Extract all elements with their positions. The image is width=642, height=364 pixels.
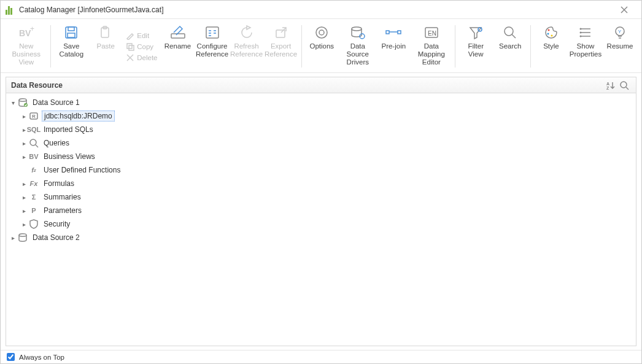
expand-toggle[interactable]: ▸ bbox=[20, 153, 28, 160]
expand-toggle[interactable]: ▾ bbox=[9, 99, 17, 106]
tree-node-data-source-1[interactable]: ▾ Data Source 1 bbox=[6, 96, 636, 109]
resume-label: Resume bbox=[607, 42, 633, 50]
configure-reference-icon bbox=[204, 24, 221, 41]
tree-node-formulas[interactable]: ▸ Fx Formulas bbox=[6, 177, 636, 190]
expand-toggle[interactable]: ▸ bbox=[20, 140, 28, 147]
svg-point-33 bbox=[19, 99, 26, 101]
tree-label: Business Views bbox=[42, 152, 97, 161]
configure-label1: Configure bbox=[197, 42, 228, 50]
copy-button: Copy bbox=[126, 42, 157, 51]
svg-rect-9 bbox=[171, 34, 185, 38]
prejoin-label: Pre-join bbox=[381, 42, 406, 50]
tree-label: Data Source 2 bbox=[31, 233, 82, 242]
tree-node-data-source-2[interactable]: ▸ Data Source 2 bbox=[6, 231, 636, 244]
data-source-drivers-button[interactable]: Data Source Drivers bbox=[339, 23, 376, 70]
svg-point-14 bbox=[352, 27, 362, 31]
resume-button[interactable]: Y Resume bbox=[603, 23, 636, 70]
always-on-top-checkbox[interactable] bbox=[7, 353, 15, 361]
tree-node-summaries[interactable]: ▸ Σ Summaries bbox=[6, 190, 636, 204]
expand-toggle[interactable]: ▸ bbox=[20, 180, 28, 187]
copy-icon bbox=[126, 42, 134, 51]
data-resource-header: Data Resource AZ bbox=[6, 77, 636, 93]
data-mapping-icon: EN bbox=[423, 24, 440, 41]
close-button[interactable] bbox=[612, 1, 636, 18]
tree-node-jdbc[interactable]: ▸ R jdbc:hsqldb:JRDemo bbox=[6, 109, 636, 123]
svg-text:EN: EN bbox=[428, 30, 436, 37]
svg-text:+: + bbox=[30, 25, 34, 33]
svg-rect-4 bbox=[68, 33, 75, 37]
search-icon bbox=[619, 80, 629, 90]
refresh-reference-button: Refresh Reference bbox=[230, 23, 263, 70]
new-bv-label1: New bbox=[19, 42, 33, 50]
svg-point-38 bbox=[19, 234, 26, 236]
save-icon bbox=[63, 24, 80, 41]
tree-node-udf[interactable]: ▸ fz User Defined Functions bbox=[6, 163, 636, 177]
paste-button: Paste bbox=[89, 23, 122, 70]
pencil-icon bbox=[126, 31, 134, 40]
funnel-icon bbox=[467, 24, 484, 41]
svg-rect-17 bbox=[398, 31, 401, 34]
style-label: Style bbox=[543, 42, 559, 50]
svg-rect-11 bbox=[276, 30, 285, 37]
bulb-icon: Y bbox=[611, 24, 628, 41]
app-icon bbox=[6, 5, 15, 15]
palette-icon bbox=[543, 24, 560, 41]
expand-toggle[interactable]: ▸ bbox=[20, 207, 28, 214]
expand-toggle[interactable]: ▸ bbox=[20, 221, 28, 228]
delete-icon bbox=[126, 53, 134, 62]
options-button[interactable]: Options bbox=[305, 23, 338, 70]
svg-rect-3 bbox=[68, 27, 74, 31]
delete-button: Delete bbox=[126, 53, 157, 62]
panel-search-button[interactable] bbox=[617, 79, 631, 92]
svg-point-24 bbox=[551, 35, 553, 37]
panel-title: Data Resource bbox=[11, 81, 63, 90]
always-on-top-label[interactable]: Always on Top bbox=[19, 354, 64, 361]
window-title: Catalog Manager [JinfonetGourmetJava.cat… bbox=[19, 6, 163, 14]
show-properties-button[interactable]: Show Properties bbox=[569, 23, 602, 70]
delete-label: Delete bbox=[137, 54, 157, 61]
expand-toggle[interactable]: ▸ bbox=[9, 234, 17, 241]
tree-label: User Defined Functions bbox=[42, 165, 122, 175]
save-label1: Save bbox=[63, 42, 79, 50]
expand-toggle[interactable]: ▸ bbox=[20, 194, 28, 201]
data-mapping-editor-button[interactable]: EN Data Mapping Editor bbox=[411, 23, 451, 70]
svg-point-25 bbox=[580, 28, 582, 30]
new-business-view-button: BV+ New Business View bbox=[6, 23, 47, 70]
svg-point-22 bbox=[548, 29, 550, 31]
svg-text:Z: Z bbox=[606, 86, 609, 90]
svg-rect-7 bbox=[127, 44, 132, 48]
mapping-label2: Editor bbox=[422, 58, 441, 66]
sort-icon: AZ bbox=[606, 80, 616, 90]
business-view-icon: BV+ bbox=[18, 24, 35, 41]
refresh-label2: Reference bbox=[230, 50, 263, 58]
tree-node-queries[interactable]: ▸ Queries bbox=[6, 136, 636, 150]
svg-rect-10 bbox=[206, 27, 219, 38]
database-gear-icon bbox=[349, 24, 366, 41]
tree-node-parameters[interactable]: ▸ P Parameters bbox=[6, 204, 636, 217]
svg-point-13 bbox=[316, 27, 327, 38]
rename-button[interactable]: Rename bbox=[161, 23, 195, 70]
function-icon: fz bbox=[28, 165, 39, 176]
new-bv-label2: Business View bbox=[8, 50, 44, 66]
formula-icon: Fx bbox=[28, 178, 39, 189]
connection-icon: R bbox=[28, 110, 39, 122]
rename-label: Rename bbox=[164, 42, 191, 50]
save-catalog-button[interactable]: Save Catalog bbox=[55, 23, 88, 70]
tree-node-security[interactable]: ▸ Security bbox=[6, 217, 636, 231]
tree-view[interactable]: ▾ Data Source 1 ▸ R jdbc:hsqldb:JRDemo ▸… bbox=[6, 93, 636, 346]
tree-node-imported-sqls[interactable]: ▸ SQL Imported SQLs bbox=[6, 123, 636, 136]
datasource-icon bbox=[17, 97, 28, 108]
sort-button[interactable]: AZ bbox=[604, 79, 617, 92]
footer: Always on Top bbox=[1, 350, 641, 363]
tree-node-business-views[interactable]: ▸ BV Business Views bbox=[6, 150, 636, 163]
svg-rect-16 bbox=[386, 31, 389, 34]
query-icon bbox=[28, 137, 39, 149]
style-button[interactable]: Style bbox=[535, 23, 568, 70]
filter-view-button[interactable]: Filter View bbox=[459, 23, 492, 70]
pre-join-button[interactable]: Pre-join bbox=[377, 23, 410, 70]
shield-icon bbox=[28, 219, 39, 230]
expand-toggle[interactable]: ▸ bbox=[20, 113, 28, 120]
configure-reference-button[interactable]: Configure Reference bbox=[196, 23, 229, 70]
svg-point-32 bbox=[621, 82, 627, 88]
search-button[interactable]: Search bbox=[493, 23, 527, 70]
